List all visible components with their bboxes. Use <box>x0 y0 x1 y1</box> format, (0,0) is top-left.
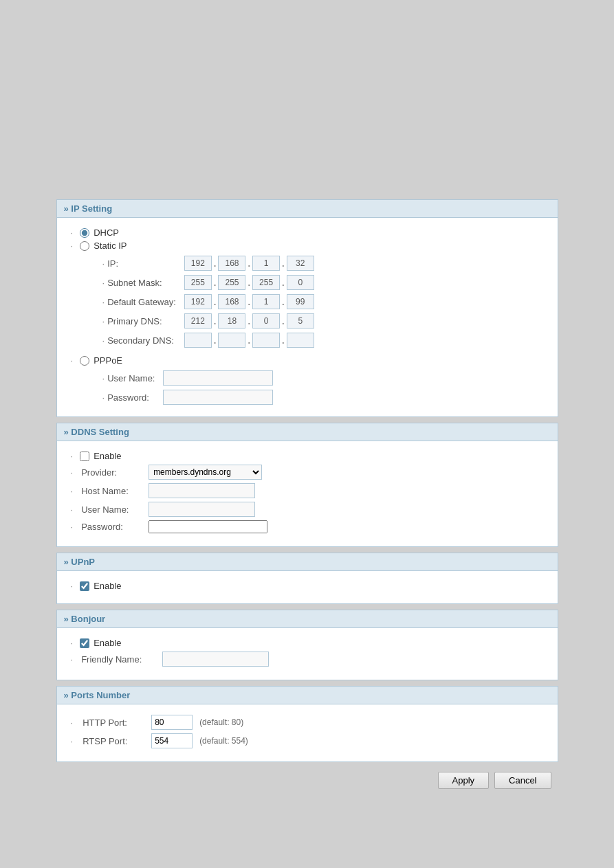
ports-double-arrow-icon: » <box>64 690 69 700</box>
bonjour-header: » Bonjour <box>56 610 558 628</box>
ip-octet-1[interactable] <box>184 256 212 271</box>
secondary-dns-octet-2[interactable] <box>218 333 245 348</box>
bonjour-enable-row: · Enable <box>71 638 544 648</box>
upnp-enable-checkbox[interactable] <box>80 581 89 591</box>
buttons-row: Apply Cancel <box>56 772 558 796</box>
pppoe-row: · PPPoE <box>71 355 544 366</box>
upnp-title: UPnP <box>71 557 95 567</box>
secondary-dns-label: Secondary DNS: <box>107 335 174 346</box>
pppoe-radio[interactable] <box>80 356 89 366</box>
static-ip-label: Static IP <box>94 241 127 251</box>
double-arrow-icon: » <box>64 203 69 214</box>
gateway-octet-group: . . . <box>184 294 314 309</box>
ddns-provider-row: · Provider: members.dyndns.org www.no-ip… <box>71 465 544 480</box>
ddns-password-row: · Password: <box>71 520 544 533</box>
gateway-label: Default Gateway: <box>107 297 176 307</box>
ddns-setting-body: · Enable · Provider: members.dyndns.org … <box>56 441 558 547</box>
primary-dns-octet-group: . . . <box>184 313 314 329</box>
http-port-input[interactable] <box>151 715 193 730</box>
bonjour-enable-checkbox[interactable] <box>80 638 89 648</box>
gateway-octet-1[interactable] <box>184 294 212 309</box>
pppoe-fields-table: ·User Name: ·Password: <box>98 368 278 407</box>
cancel-button[interactable]: Cancel <box>494 772 551 789</box>
friendly-name-input[interactable] <box>162 652 269 667</box>
pppoe-dot: · <box>71 355 74 366</box>
gateway-octet-2[interactable] <box>218 294 245 309</box>
ddns-setting-title: DDNS Setting <box>71 427 129 437</box>
primary-dns-field-row: ·Primary DNS: . . . <box>98 311 318 331</box>
primary-dns-octet-3[interactable] <box>252 313 280 329</box>
subnet-octet-4[interactable] <box>287 275 314 290</box>
ip-setting-header: » IP Setting <box>56 199 558 218</box>
ddns-password-label: Password: <box>81 522 143 532</box>
primary-dns-octet-1[interactable] <box>184 313 212 329</box>
secondary-dns-octet-4[interactable] <box>287 333 314 348</box>
upnp-enable-row: · Enable <box>71 581 544 591</box>
http-port-default: (default: 80) <box>199 717 243 727</box>
subnet-octet-2[interactable] <box>218 275 245 290</box>
ip-octet-4[interactable] <box>287 256 314 271</box>
primary-dns-octet-2[interactable] <box>218 313 245 329</box>
ports-number-title: Ports Number <box>71 690 130 700</box>
secondary-dns-octet-group: . . . <box>184 333 314 348</box>
gateway-octet-3[interactable] <box>252 294 280 309</box>
upnp-body: · Enable <box>56 571 558 604</box>
secondary-dns-octet-1[interactable] <box>184 333 212 348</box>
pppoe-password-row: ·Password: <box>98 388 278 407</box>
ip-setting-title: IP Setting <box>71 203 112 214</box>
subnet-octet-1[interactable] <box>184 275 212 290</box>
bonjour-enable-label: Enable <box>94 638 121 648</box>
secondary-dns-octet-3[interactable] <box>252 333 280 348</box>
rtsp-port-label: RTSP Port: <box>83 736 144 746</box>
pppoe-username-label: User Name: <box>107 373 155 383</box>
ports-number-body: · HTTP Port: (default: 80) · RTSP Port: … <box>56 704 558 762</box>
ddns-username-row: · User Name: <box>71 502 544 517</box>
http-port-row: · HTTP Port: (default: 80) <box>71 715 544 730</box>
pppoe-password-input[interactable] <box>163 390 273 405</box>
static-ip-dot: · <box>71 241 74 251</box>
ddns-enable-checkbox[interactable] <box>80 452 89 461</box>
ip-octet-group: . . . <box>184 256 314 271</box>
rtsp-port-input[interactable] <box>151 733 193 748</box>
upnp-double-arrow-icon: » <box>64 557 69 567</box>
ddns-enable-label: Enable <box>94 451 121 461</box>
primary-dns-label: Primary DNS: <box>107 316 162 326</box>
static-ip-radio[interactable] <box>80 241 89 251</box>
dhcp-dot: · <box>71 227 74 238</box>
ddns-provider-label: Provider: <box>81 467 143 478</box>
pppoe-username-row: ·User Name: <box>98 368 278 388</box>
ddns-hostname-label: Host Name: <box>81 486 143 496</box>
ip-field-row: ·IP: . . . <box>98 254 318 273</box>
upnp-header: » UPnP <box>56 553 558 571</box>
pppoe-section: · PPPoE ·User Name: ·Password: <box>71 355 544 407</box>
pppoe-username-input[interactable] <box>163 370 273 386</box>
ddns-enable-row: · Enable <box>71 451 544 461</box>
friendly-name-label: Friendly Name: <box>81 654 157 665</box>
friendly-name-row: · Friendly Name: <box>71 652 544 667</box>
subnet-label: Subnet Mask: <box>107 278 162 288</box>
ddns-hostname-row: · Host Name: <box>71 483 544 498</box>
ddns-password-input[interactable] <box>149 520 267 533</box>
subnet-octet-3[interactable] <box>252 275 280 290</box>
bonjour-title: Bonjour <box>71 614 105 624</box>
bonjour-double-arrow-icon: » <box>64 614 69 624</box>
ddns-hostname-input[interactable] <box>149 483 255 498</box>
pppoe-password-label: Password: <box>107 392 149 403</box>
gateway-octet-4[interactable] <box>287 294 314 309</box>
secondary-dns-field-row: ·Secondary DNS: . . . <box>98 331 318 350</box>
primary-dns-octet-4[interactable] <box>287 313 314 329</box>
upnp-enable-label: Enable <box>94 581 121 591</box>
dhcp-radio[interactable] <box>80 228 89 238</box>
subnet-field-row: ·Subnet Mask: . . . <box>98 273 318 292</box>
pppoe-label: PPPoE <box>94 355 122 366</box>
static-ip-row: · Static IP <box>71 241 544 251</box>
subnet-octet-group: . . . <box>184 275 314 290</box>
gateway-field-row: ·Default Gateway: . . . <box>98 292 318 311</box>
http-port-label: HTTP Port: <box>83 717 144 728</box>
ddns-provider-select[interactable]: members.dyndns.org www.no-ip.com www.332… <box>149 465 262 480</box>
ip-octet-3[interactable] <box>252 256 280 271</box>
apply-button[interactable]: Apply <box>438 772 490 789</box>
ddns-username-input[interactable] <box>149 502 255 517</box>
ddns-double-arrow-icon: » <box>64 427 69 437</box>
ip-octet-2[interactable] <box>218 256 245 271</box>
